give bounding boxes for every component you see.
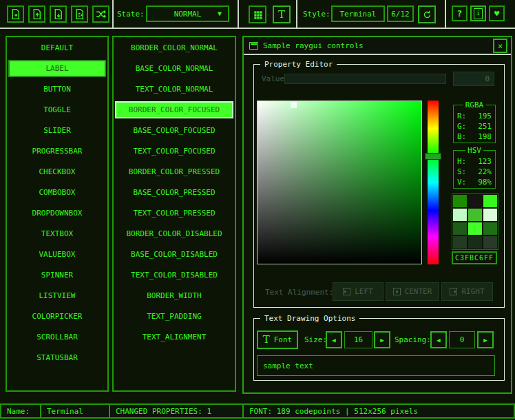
hsv-panel-title: HSV: [465, 146, 483, 155]
style-color-swatch: [468, 195, 482, 207]
statusbar-font-info: FONT: 189 codepoints | 512x256 pixels: [244, 405, 514, 417]
window-close-button[interactable]: ×: [493, 39, 507, 53]
property-editor-title: Property Editor: [260, 60, 337, 69]
sample-text-input[interactable]: sample text: [257, 355, 495, 376]
list-item-default[interactable]: DEFAULT: [8, 39, 106, 56]
statusbar-name-label: Name:: [1, 405, 41, 417]
list-item-checkbox[interactable]: CHECKBOX: [8, 163, 106, 180]
info-icon: i: [474, 8, 483, 19]
text-drawing-options-title: Text Drawing Options: [260, 314, 359, 323]
shuffle-icon: [95, 8, 107, 20]
align-left-button-label: LEFT: [355, 287, 373, 296]
list-item-text_padding[interactable]: TEXT_PADDING: [115, 308, 233, 325]
sponsor-button[interactable]: ♥: [489, 6, 505, 21]
style-label: Style:: [303, 10, 330, 19]
size-increment-button[interactable]: ▶: [374, 331, 390, 348]
rgba-panel-title: RGBA: [463, 101, 486, 109]
style-color-swatch: [468, 222, 482, 235]
state-dropdown-value: NORMAL: [174, 10, 202, 19]
list-item-text_color_disabled[interactable]: TEXT_COLOR_DISABLED: [115, 266, 233, 284]
export-style-button[interactable]: [71, 6, 88, 23]
style-color-swatch: [468, 236, 482, 249]
about-button[interactable]: i: [470, 6, 486, 21]
spacing-decrement-button[interactable]: ◀: [430, 331, 447, 348]
style-color-swatch: [483, 222, 497, 235]
window-titlebar[interactable]: Sample raygui controls ×: [244, 37, 511, 55]
new-style-file-button[interactable]: [7, 6, 24, 23]
hue-slider[interactable]: [428, 101, 439, 264]
style-counter-button[interactable]: 6/12: [387, 6, 414, 22]
list-item-border_color_focused[interactable]: BORDER_COLOR_FOCUSED: [115, 101, 233, 118]
state-label: State:: [117, 10, 145, 19]
style-color-swatch: [453, 195, 467, 207]
color-value-row: G:251: [457, 121, 492, 132]
list-item-base_color_disabled[interactable]: BASE_COLOR_DISABLED: [115, 246, 233, 263]
style-color-swatch: [453, 209, 467, 221]
list-item-border_width[interactable]: BORDER_WIDTH: [115, 287, 233, 304]
style-color-swatch: [453, 236, 467, 249]
list-item-text_color_normal[interactable]: TEXT_COLOR_NORMAL: [115, 81, 233, 98]
style-color-swatch: [483, 236, 497, 249]
arrow-left-icon: ◀: [332, 337, 335, 344]
list-item-base_color_pressed[interactable]: BASE_COLOR_PRESSED: [115, 184, 233, 201]
color-value-row: S:22%: [457, 167, 492, 177]
font-button[interactable]: T Font: [257, 330, 298, 349]
size-value-box[interactable]: 16: [344, 331, 372, 348]
style-color-swatch: [468, 209, 482, 221]
list-item-slider[interactable]: SLIDER: [8, 122, 106, 139]
align-center-icon: [393, 288, 401, 295]
color-panel[interactable]: [257, 101, 422, 264]
list-item-colorpicker[interactable]: COLORPICKER: [8, 308, 106, 325]
list-item-border_color_normal[interactable]: BORDER_COLOR_NORMAL: [115, 39, 233, 56]
spacing-increment-button[interactable]: ▶: [477, 331, 494, 348]
size-decrement-button[interactable]: ◀: [326, 331, 342, 348]
font-preview-button[interactable]: T: [273, 6, 291, 23]
hue-slider-handle[interactable]: [425, 153, 441, 160]
list-item-progressbar[interactable]: PROGRESSBAR: [8, 143, 106, 160]
properties-listview: BORDER_COLOR_NORMALBASE_COLOR_NORMALTEXT…: [112, 36, 236, 392]
help-button[interactable]: ?: [452, 6, 467, 21]
reset-style-button[interactable]: [418, 6, 436, 23]
list-item-border_color_pressed[interactable]: BORDER_COLOR_PRESSED: [115, 163, 233, 180]
color-selector[interactable]: [291, 102, 297, 108]
list-item-text_color_pressed[interactable]: TEXT_COLOR_PRESSED: [115, 204, 233, 222]
style-color-swatch: [483, 195, 497, 207]
list-item-border_color_disabled[interactable]: BORDER_COLOR_DISABLED: [115, 225, 233, 242]
list-item-listview[interactable]: LISTVIEW: [8, 287, 106, 304]
style-name-button[interactable]: Terminal: [331, 6, 385, 22]
style-color-swatch: [453, 222, 467, 235]
file-new-icon: [10, 8, 21, 20]
hex-value-box[interactable]: C3FBC6FF: [452, 251, 497, 264]
list-item-toggle[interactable]: TOGGLE: [8, 101, 106, 118]
align-right-button-label: RIGHT: [461, 287, 484, 296]
list-item-valuebox[interactable]: VALUEBOX: [8, 246, 106, 263]
state-dropdown[interactable]: NORMAL ▼: [146, 6, 229, 22]
list-item-button[interactable]: BUTTON: [8, 81, 106, 98]
style-color-grid: [452, 193, 498, 250]
list-item-text_alignment[interactable]: TEXT_ALIGNMENT: [115, 328, 233, 346]
list-item-base_color_normal[interactable]: BASE_COLOR_NORMAL: [115, 60, 233, 77]
list-item-statusbar[interactable]: STATUSBAR: [8, 349, 106, 366]
grid-icon: [253, 10, 263, 20]
rguistyler-app: State: NORMAL ▼ T Style: Terminal 6/12 ?…: [0, 0, 515, 420]
close-icon: ×: [498, 42, 503, 50]
save-style-file-button[interactable]: [50, 6, 67, 23]
text-alignment-label: Text Alignment:: [265, 288, 333, 297]
list-item-text_color_focused[interactable]: TEXT_COLOR_FOCUSED: [115, 143, 233, 160]
toolbar-divider: [112, 0, 114, 28]
value-box: 0: [453, 72, 494, 86]
align-left-button: LEFT: [333, 282, 383, 301]
align-center-button-label: CENTER: [405, 287, 432, 296]
list-item-dropdownbox[interactable]: DROPDOWNBOX: [8, 204, 106, 222]
list-item-textbox[interactable]: TEXTBOX: [8, 225, 106, 242]
spacing-value-box[interactable]: 0: [449, 331, 475, 348]
list-item-combobox[interactable]: COMBOBOX: [8, 184, 106, 201]
list-item-base_color_focused[interactable]: BASE_COLOR_FOCUSED: [115, 122, 233, 139]
list-item-spinner[interactable]: SPINNER: [8, 266, 106, 284]
color-value-row: V:98%: [457, 177, 492, 187]
list-item-label[interactable]: LABEL: [8, 60, 106, 77]
load-style-file-button[interactable]: [28, 6, 45, 23]
style-table-button[interactable]: [249, 6, 266, 23]
list-item-scrollbar[interactable]: SCROLLBAR: [8, 328, 106, 346]
random-style-button[interactable]: [92, 6, 109, 23]
